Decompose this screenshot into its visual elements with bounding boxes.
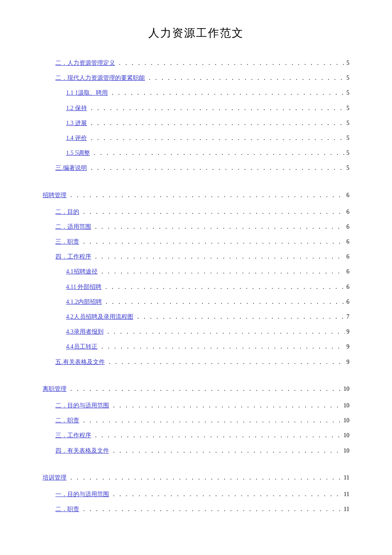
- toc-dots: ．．．．．．．．．．．．．．．．．．．．．．．．．．．．．．．．．．．．．．．．…: [104, 296, 345, 307]
- toc-dots: ．．．．．．．．．．．．．．．．．．．．．．．．．．．．．．．．．．．．．．．．…: [93, 430, 342, 441]
- toc-page: 5: [346, 163, 349, 173]
- toc-item: 招聘管理 ．．．．．．．．．．．．．．．．．．．．．．．．．．．．．．．．．．．…: [43, 190, 349, 200]
- toc-link[interactable]: 招聘管理: [43, 190, 66, 200]
- toc-item: 二．目的 ．．．．．．．．．．．．．．．．．．．．．．．．．．．．．．．．．．．…: [43, 206, 349, 217]
- toc-item: 四．工作程序 ．．．．．．．．．．．．．．．．．．．．．．．．．．．．．．．．．…: [43, 251, 349, 262]
- toc-link[interactable]: 二．目的与适用范围: [55, 400, 109, 411]
- toc-link[interactable]: 三.编著说明: [55, 163, 87, 173]
- toc-link[interactable]: 1.3 进展: [66, 118, 87, 128]
- toc-page: 10: [343, 400, 349, 411]
- toc-item: 三.编著说明 ．．．．．．．．．．．．．．．．．．．．．．．．．．．．．．．．．…: [43, 163, 349, 173]
- toc-item: 1.3 进展 ．．．．．．．．．．．．．．．．．．．．．．．．．．．．．．．．．…: [43, 118, 349, 128]
- toc-dots: ．．．．．．．．．．．．．．．．．．．．．．．．．．．．．．．．．．．．．．．．…: [105, 326, 345, 337]
- toc-dots: ．．．．．．．．．．．．．．．．．．．．．．．．．．．．．．．．．．．．．．．．…: [89, 103, 345, 113]
- toc-item: 五.有关表格及文件 ．．．．．．．．．．．．．．．．．．．．．．．．．．．．．．…: [43, 357, 349, 367]
- toc-page: 9: [346, 326, 349, 337]
- toc-link[interactable]: 4.4员工转正: [66, 341, 98, 352]
- toc-page: 6: [346, 221, 349, 232]
- toc-link[interactable]: 1.5 5调整: [66, 148, 90, 158]
- toc-item: 4.1.2内部招聘 ．．．．．．．．．．．．．．．．．．．．．．．．．．．．．．…: [43, 296, 349, 307]
- toc-item: 二．现代人力资源管理的要紧职能 ．．．．．．．．．．．．．．．．．．．．．．．．…: [43, 73, 349, 83]
- toc-item: 4.1招聘途径 ．．．．．．．．．．．．．．．．．．．．．．．．．．．．．．．．…: [43, 266, 349, 277]
- toc-dots: ．．．．．．．．．．．．．．．．．．．．．．．．．．．．．．．．．．．．．．．．…: [110, 87, 345, 98]
- toc-dots: ．．．．．．．．．．．．．．．．．．．．．．．．．．．．．．．．．．．．．．．．…: [89, 133, 345, 143]
- toc-item: 四．有关表格及文件 ．．．．．．．．．．．．．．．．．．．．．．．．．．．．．．…: [43, 445, 349, 456]
- toc-dots: ．．．．．．．．．．．．．．．．．．．．．．．．．．．．．．．．．．．．．．．．…: [68, 190, 345, 200]
- toc-item: 二．目的与适用范围 ．．．．．．．．．．．．．．．．．．．．．．．．．．．．．．…: [43, 400, 349, 411]
- toc-item: 三．职责 ．．．．．．．．．．．．．．．．．．．．．．．．．．．．．．．．．．．…: [43, 236, 349, 247]
- toc-page: 5: [346, 87, 349, 98]
- toc-dots: ．．．．．．．．．．．．．．．．．．．．．．．．．．．．．．．．．．．．．．．．…: [89, 118, 345, 128]
- toc-item: 1.5 5调整 ．．．．．．．．．．．．．．．．．．．．．．．．．．．．．．．．…: [43, 148, 349, 158]
- toc-link[interactable]: 二．目的: [55, 206, 79, 217]
- toc-link[interactable]: 1.2 保持: [66, 103, 87, 113]
- toc-dots: ．．．．．．．．．．．．．．．．．．．．．．．．．．．．．．．．．．．．．．．．…: [111, 489, 342, 500]
- toc-link[interactable]: 三．职责: [55, 236, 79, 247]
- toc-link[interactable]: 二．适用范围: [55, 221, 91, 232]
- toc-dots: ．．．．．．．．．．．．．．．．．．．．．．．．．．．．．．．．．．．．．．．．…: [68, 472, 342, 483]
- toc-dots: ．．．．．．．．．．．．．．．．．．．．．．．．．．．．．．．．．．．．．．．．…: [81, 206, 345, 217]
- toc-item: 1.4 评价 ．．．．．．．．．．．．．．．．．．．．．．．．．．．．．．．．．…: [43, 133, 349, 143]
- toc-page: 6: [346, 190, 349, 200]
- toc-link[interactable]: 离职管理: [43, 384, 66, 394]
- toc-page: 9: [346, 357, 349, 367]
- toc-dots: ．．．．．．．．．．．．．．．．．．．．．．．．．．．．．．．．．．．．．．．．…: [103, 282, 345, 292]
- toc-link[interactable]: 二．人力资源管理定义: [55, 58, 115, 68]
- toc-item: 4.2人员招聘及录用流程图 ．．．．．．．．．．．．．．．．．．．．．．．．．．…: [43, 311, 349, 322]
- toc-item: 二．职责 ．．．．．．．．．．．．．．．．．．．．．．．．．．．．．．．．．．．…: [43, 504, 349, 514]
- toc-link[interactable]: 培训管理: [43, 472, 66, 483]
- toc-link[interactable]: 1.4 评价: [66, 133, 87, 143]
- toc-page: 6: [346, 251, 349, 262]
- toc-dots: ．．．．．．．．．．．．．．．．．．．．．．．．．．．．．．．．．．．．．．．．…: [89, 163, 345, 173]
- toc-item: 4.3录用者报到 ．．．．．．．．．．．．．．．．．．．．．．．．．．．．．．．…: [43, 326, 349, 337]
- table-of-contents: 二．人力资源管理定义 ．．．．．．．．．．．．．．．．．．．．．．．．．．．．．…: [43, 58, 349, 514]
- toc-item: 离职管理 ．．．．．．．．．．．．．．．．．．．．．．．．．．．．．．．．．．．…: [43, 384, 349, 394]
- toc-dots: ．．．．．．．．．．．．．．．．．．．．．．．．．．．．．．．．．．．．．．．．…: [81, 236, 345, 247]
- toc-dots: ．．．．．．．．．．．．．．．．．．．．．．．．．．．．．．．．．．．．．．．．…: [111, 445, 342, 456]
- toc-page: 6: [346, 206, 349, 217]
- toc-page: 11: [344, 504, 349, 514]
- toc-page: 10: [343, 415, 349, 426]
- toc-link[interactable]: 1.1 1汲取、聘用: [66, 87, 108, 98]
- toc-item: 二．适用范围 ．．．．．．．．．．．．．．．．．．．．．．．．．．．．．．．．．…: [43, 221, 349, 232]
- toc-link[interactable]: 三．工作程序: [55, 430, 91, 441]
- toc-dots: ．．．．．．．．．．．．．．．．．．．．．．．．．．．．．．．．．．．．．．．．…: [81, 504, 342, 514]
- toc-link[interactable]: 二．职责: [55, 504, 79, 514]
- toc-link[interactable]: 二．现代人力资源管理的要紧职能: [55, 73, 145, 83]
- toc-link[interactable]: 二．职责: [55, 415, 79, 426]
- toc-page: 6: [346, 282, 349, 292]
- toc-page: 5: [346, 133, 349, 143]
- toc-dots: ．．．．．．．．．．．．．．．．．．．．．．．．．．．．．．．．．．．．．．．．…: [99, 266, 345, 277]
- toc-page: 5: [346, 103, 349, 113]
- toc-page: 6: [346, 296, 349, 307]
- toc-page: 10: [343, 445, 349, 456]
- toc-item: 4.11 外部招聘 ．．．．．．．．．．．．．．．．．．．．．．．．．．．．．．…: [43, 282, 349, 292]
- toc-link[interactable]: 4.1.2内部招聘: [66, 296, 102, 307]
- toc-dots: ．．．．．．．．．．．．．．．．．．．．．．．．．．．．．．．．．．．．．．．．…: [92, 148, 345, 158]
- toc-page: 7: [346, 311, 349, 322]
- toc-item: 4.4员工转正 ．．．．．．．．．．．．．．．．．．．．．．．．．．．．．．．．…: [43, 341, 349, 352]
- toc-link[interactable]: 4.3录用者报到: [66, 326, 104, 337]
- toc-dots: ．．．．．．．．．．．．．．．．．．．．．．．．．．．．．．．．．．．．．．．．…: [93, 251, 345, 262]
- toc-page: 6: [346, 266, 349, 277]
- toc-page: 10: [343, 430, 349, 441]
- toc-item: 二．职责 ．．．．．．．．．．．．．．．．．．．．．．．．．．．．．．．．．．．…: [43, 415, 349, 426]
- toc-link[interactable]: 四．工作程序: [55, 251, 91, 262]
- toc-page: 6: [346, 236, 349, 247]
- toc-page: 5: [346, 148, 349, 158]
- toc-dots: ．．．．．．．．．．．．．．．．．．．．．．．．．．．．．．．．．．．．．．．．…: [117, 58, 345, 68]
- toc-page: 5: [346, 58, 349, 68]
- page-title: 人力资源工作范文: [43, 26, 349, 41]
- toc-link[interactable]: 四．有关表格及文件: [55, 445, 109, 456]
- toc-link[interactable]: 4.11 外部招聘: [66, 282, 101, 292]
- toc-link[interactable]: 一．目的与适用范围: [55, 489, 109, 500]
- toc-dots: ．．．．．．．．．．．．．．．．．．．．．．．．．．．．．．．．．．．．．．．．…: [81, 415, 342, 426]
- toc-link[interactable]: 4.1招聘途径: [66, 266, 98, 277]
- toc-item: 一．目的与适用范围 ．．．．．．．．．．．．．．．．．．．．．．．．．．．．．．…: [43, 489, 349, 500]
- toc-page: 5: [346, 73, 349, 83]
- toc-link[interactable]: 4.2人员招聘及录用流程图: [66, 311, 133, 322]
- toc-link[interactable]: 五.有关表格及文件: [55, 357, 105, 367]
- toc-page: 10: [343, 384, 349, 394]
- toc-dots: ．．．．．．．．．．．．．．．．．．．．．．．．．．．．．．．．．．．．．．．．…: [111, 400, 342, 411]
- toc-item: 二．人力资源管理定义 ．．．．．．．．．．．．．．．．．．．．．．．．．．．．．…: [43, 58, 349, 68]
